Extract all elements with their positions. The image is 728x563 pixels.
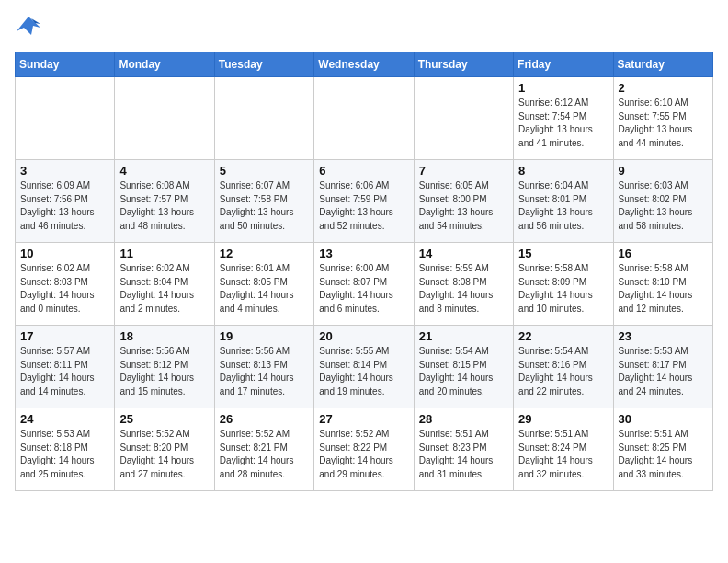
- day-number: 25: [119, 412, 209, 426]
- day-info: Sunrise: 6:06 AM Sunset: 7:59 PM Dayligh…: [319, 179, 408, 233]
- day-number: 8: [518, 164, 608, 178]
- day-number: 28: [419, 412, 508, 426]
- calendar-cell: [115, 77, 214, 160]
- dow-header: Saturday: [613, 52, 712, 77]
- day-number: 11: [119, 247, 209, 260]
- calendar-cell: 30Sunrise: 5:51 AM Sunset: 8:25 PM Dayli…: [613, 408, 712, 491]
- day-number: 14: [419, 247, 508, 260]
- day-info: Sunrise: 5:51 AM Sunset: 8:23 PM Dayligh…: [419, 428, 508, 481]
- calendar-cell: 21Sunrise: 5:54 AM Sunset: 8:15 PM Dayli…: [414, 326, 513, 408]
- day-number: 20: [319, 329, 408, 343]
- day-number: 12: [220, 247, 309, 260]
- day-number: 13: [319, 247, 408, 260]
- day-info: Sunrise: 6:04 AM Sunset: 8:01 PM Dayligh…: [518, 179, 608, 233]
- calendar-cell: 26Sunrise: 5:52 AM Sunset: 8:21 PM Dayli…: [214, 408, 313, 491]
- day-number: 26: [220, 412, 309, 426]
- day-number: 7: [419, 164, 508, 178]
- day-info: Sunrise: 6:12 AM Sunset: 7:54 PM Dayligh…: [518, 97, 608, 150]
- calendar-cell: 10Sunrise: 6:02 AM Sunset: 8:03 PM Dayli…: [16, 243, 115, 326]
- day-info: Sunrise: 5:56 AM Sunset: 8:12 PM Dayligh…: [119, 345, 209, 398]
- calendar-week-row: 17Sunrise: 5:57 AM Sunset: 8:11 PM Dayli…: [16, 326, 713, 408]
- day-number: 16: [619, 247, 708, 260]
- day-info: Sunrise: 5:54 AM Sunset: 8:16 PM Dayligh…: [518, 345, 608, 398]
- calendar-cell: 15Sunrise: 5:58 AM Sunset: 8:09 PM Dayli…: [514, 243, 613, 326]
- calendar-cell: 14Sunrise: 5:59 AM Sunset: 8:08 PM Dayli…: [414, 243, 513, 326]
- dow-header: Friday: [514, 52, 613, 77]
- calendar-cell: [414, 77, 513, 160]
- dow-header: Wednesday: [314, 52, 414, 77]
- calendar-cell: 23Sunrise: 5:53 AM Sunset: 8:17 PM Dayli…: [613, 326, 712, 408]
- day-info: Sunrise: 6:02 AM Sunset: 8:03 PM Dayligh…: [20, 262, 109, 316]
- day-number: 27: [319, 412, 408, 426]
- calendar-cell: [314, 77, 414, 160]
- calendar-cell: 25Sunrise: 5:52 AM Sunset: 8:20 PM Dayli…: [115, 408, 214, 491]
- calendar-week-row: 10Sunrise: 6:02 AM Sunset: 8:03 PM Dayli…: [16, 243, 713, 326]
- calendar-cell: 4Sunrise: 6:08 AM Sunset: 7:57 PM Daylig…: [115, 160, 214, 243]
- calendar-cell: 18Sunrise: 5:56 AM Sunset: 8:12 PM Dayli…: [115, 326, 214, 408]
- day-info: Sunrise: 6:00 AM Sunset: 8:07 PM Dayligh…: [319, 262, 408, 316]
- day-info: Sunrise: 5:57 AM Sunset: 8:11 PM Dayligh…: [20, 345, 109, 398]
- day-info: Sunrise: 5:52 AM Sunset: 8:22 PM Dayligh…: [319, 428, 408, 481]
- day-info: Sunrise: 5:52 AM Sunset: 8:21 PM Dayligh…: [220, 428, 309, 481]
- day-info: Sunrise: 5:54 AM Sunset: 8:15 PM Dayligh…: [419, 345, 508, 398]
- calendar-cell: 28Sunrise: 5:51 AM Sunset: 8:23 PM Dayli…: [414, 408, 513, 491]
- logo: [15, 15, 46, 42]
- day-info: Sunrise: 5:52 AM Sunset: 8:20 PM Dayligh…: [119, 428, 209, 481]
- calendar-cell: 29Sunrise: 5:51 AM Sunset: 8:24 PM Dayli…: [514, 408, 613, 491]
- day-info: Sunrise: 6:08 AM Sunset: 7:57 PM Dayligh…: [119, 179, 209, 233]
- calendar-cell: 24Sunrise: 5:53 AM Sunset: 8:18 PM Dayli…: [16, 408, 115, 491]
- dow-header: Thursday: [414, 52, 513, 77]
- logo-icon: [15, 15, 42, 42]
- calendar-cell: 16Sunrise: 5:58 AM Sunset: 8:10 PM Dayli…: [613, 243, 712, 326]
- day-number: 5: [220, 164, 309, 178]
- day-number: 19: [220, 329, 309, 343]
- days-of-week-row: SundayMondayTuesdayWednesdayThursdayFrid…: [16, 52, 713, 77]
- day-number: 1: [518, 81, 608, 95]
- day-number: 24: [20, 412, 109, 426]
- dow-header: Monday: [115, 52, 214, 77]
- day-number: 3: [20, 164, 109, 178]
- day-number: 29: [518, 412, 608, 426]
- calendar-cell: 12Sunrise: 6:01 AM Sunset: 8:05 PM Dayli…: [214, 243, 313, 326]
- day-info: Sunrise: 6:07 AM Sunset: 7:58 PM Dayligh…: [220, 179, 309, 233]
- day-number: 2: [619, 81, 708, 95]
- day-info: Sunrise: 5:53 AM Sunset: 8:17 PM Dayligh…: [619, 345, 708, 398]
- dow-header: Sunday: [16, 52, 115, 77]
- calendar-week-row: 3Sunrise: 6:09 AM Sunset: 7:56 PM Daylig…: [16, 160, 713, 243]
- day-info: Sunrise: 5:56 AM Sunset: 8:13 PM Dayligh…: [220, 345, 309, 398]
- day-info: Sunrise: 6:09 AM Sunset: 7:56 PM Dayligh…: [20, 179, 109, 233]
- calendar-cell: 20Sunrise: 5:55 AM Sunset: 8:14 PM Dayli…: [314, 326, 414, 408]
- day-number: 18: [119, 329, 209, 343]
- day-info: Sunrise: 6:10 AM Sunset: 7:55 PM Dayligh…: [619, 97, 708, 150]
- calendar-week-row: 1Sunrise: 6:12 AM Sunset: 7:54 PM Daylig…: [16, 77, 713, 160]
- day-info: Sunrise: 5:51 AM Sunset: 8:24 PM Dayligh…: [518, 428, 608, 481]
- calendar-cell: 1Sunrise: 6:12 AM Sunset: 7:54 PM Daylig…: [514, 77, 613, 160]
- day-number: 30: [619, 412, 708, 426]
- day-number: 15: [518, 247, 608, 260]
- calendar-cell: 13Sunrise: 6:00 AM Sunset: 8:07 PM Dayli…: [314, 243, 414, 326]
- calendar-cell: 19Sunrise: 5:56 AM Sunset: 8:13 PM Dayli…: [214, 326, 313, 408]
- calendar-cell: 11Sunrise: 6:02 AM Sunset: 8:04 PM Dayli…: [115, 243, 214, 326]
- day-info: Sunrise: 6:05 AM Sunset: 8:00 PM Dayligh…: [419, 179, 508, 233]
- day-number: 6: [319, 164, 408, 178]
- day-info: Sunrise: 6:02 AM Sunset: 8:04 PM Dayligh…: [119, 262, 209, 316]
- calendar-cell: 5Sunrise: 6:07 AM Sunset: 7:58 PM Daylig…: [214, 160, 313, 243]
- day-number: 10: [20, 247, 109, 260]
- day-info: Sunrise: 5:58 AM Sunset: 8:10 PM Dayligh…: [619, 262, 708, 316]
- calendar-cell: 2Sunrise: 6:10 AM Sunset: 7:55 PM Daylig…: [613, 77, 712, 160]
- calendar-table: SundayMondayTuesdayWednesdayThursdayFrid…: [15, 52, 713, 491]
- day-info: Sunrise: 5:51 AM Sunset: 8:25 PM Dayligh…: [619, 428, 708, 481]
- day-number: 22: [518, 329, 608, 343]
- day-number: 9: [619, 164, 708, 178]
- day-info: Sunrise: 5:55 AM Sunset: 8:14 PM Dayligh…: [319, 345, 408, 398]
- calendar-cell: 27Sunrise: 5:52 AM Sunset: 8:22 PM Dayli…: [314, 408, 414, 491]
- day-info: Sunrise: 5:59 AM Sunset: 8:08 PM Dayligh…: [419, 262, 508, 316]
- calendar-body: 1Sunrise: 6:12 AM Sunset: 7:54 PM Daylig…: [16, 77, 713, 491]
- day-number: 21: [419, 329, 508, 343]
- calendar-cell: 8Sunrise: 6:04 AM Sunset: 8:01 PM Daylig…: [514, 160, 613, 243]
- day-number: 23: [619, 329, 708, 343]
- calendar-cell: 6Sunrise: 6:06 AM Sunset: 7:59 PM Daylig…: [314, 160, 414, 243]
- day-info: Sunrise: 6:01 AM Sunset: 8:05 PM Dayligh…: [220, 262, 309, 316]
- calendar-cell: 17Sunrise: 5:57 AM Sunset: 8:11 PM Dayli…: [16, 326, 115, 408]
- calendar-cell: [214, 77, 313, 160]
